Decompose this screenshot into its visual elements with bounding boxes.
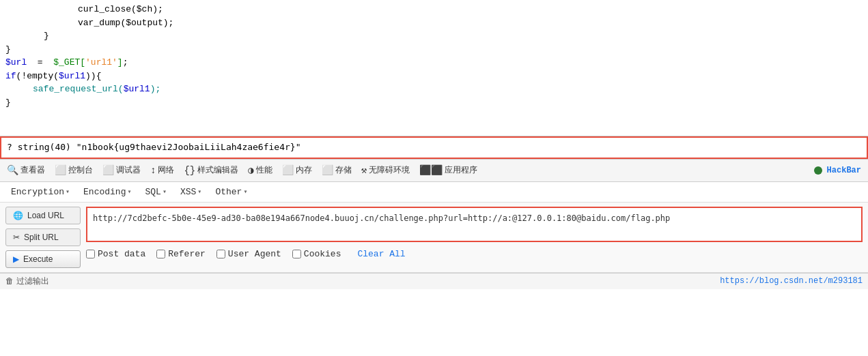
encoding-chevron-icon: ▾ bbox=[127, 188, 131, 196]
tb-console[interactable]: ⬜ 控制台 bbox=[51, 162, 97, 178]
code-line: } bbox=[5, 96, 863, 110]
xss-chevron-icon: ▾ bbox=[197, 188, 201, 196]
clear-all-label: Clear All bbox=[357, 249, 405, 259]
other-label: Other bbox=[215, 187, 242, 197]
hackbar-buttons: 🌐 Load URL ✂ Split URL ▶ Execute bbox=[5, 207, 81, 268]
clear-all-button[interactable]: Clear All bbox=[357, 249, 405, 259]
referer-checkbox[interactable] bbox=[156, 250, 165, 258]
checkbox-row: Post data Referer User Agent Cookies Cle… bbox=[86, 246, 863, 262]
xss-label: XSS bbox=[180, 187, 196, 197]
code-line: if (!empty( $url1 )){ bbox=[5, 70, 863, 83]
user-agent-checkbox[interactable] bbox=[216, 250, 225, 258]
encoding-label: Encoding bbox=[83, 187, 126, 197]
style-editor-icon: {} bbox=[184, 165, 195, 176]
network-icon: ↕ bbox=[150, 165, 156, 176]
encryption-label: Encryption bbox=[11, 187, 64, 197]
other-chevron-icon: ▾ bbox=[243, 188, 247, 196]
sql-label: SQL bbox=[145, 187, 161, 197]
browser-toolbar: 🔍 查看器 ⬜ 控制台 ⬜ 调试器 ↕ 网络 {} 样式编辑器 ◑ 性能 ⬜ 内… bbox=[0, 159, 868, 182]
performance-label: 性能 bbox=[256, 164, 272, 176]
style-editor-label: 样式编辑器 bbox=[197, 164, 238, 176]
storage-icon: ⬜ bbox=[322, 164, 333, 176]
hackbar-dot-icon bbox=[814, 166, 822, 175]
tb-style-editor[interactable]: {} 样式编辑器 bbox=[180, 162, 242, 178]
menu-sql[interactable]: SQL ▾ bbox=[140, 185, 172, 199]
execute-label: Execute bbox=[23, 254, 53, 264]
post-data-label: Post data bbox=[98, 249, 145, 259]
code-line: safe_request_url( $url1 ); bbox=[5, 83, 863, 96]
code-line: } bbox=[5, 29, 863, 43]
execute-button[interactable]: ▶ Execute bbox=[5, 250, 81, 268]
performance-icon: ◑ bbox=[248, 164, 253, 176]
load-url-icon: 🌐 bbox=[13, 211, 23, 220]
encryption-chevron-icon: ▾ bbox=[66, 188, 70, 196]
inspector-label: 查看器 bbox=[20, 164, 45, 176]
hackbar-body: 🌐 Load URL ✂ Split URL ▶ Execute http://… bbox=[0, 203, 868, 272]
tb-inspector[interactable]: 🔍 查看器 bbox=[3, 162, 49, 178]
menu-other[interactable]: Other ▾ bbox=[210, 185, 253, 199]
application-icon: ⬛⬛ bbox=[419, 164, 443, 176]
menu-encoding[interactable]: Encoding ▾ bbox=[78, 185, 137, 199]
cookies-checkbox[interactable] bbox=[292, 250, 301, 258]
trash-icon: 🗑 bbox=[5, 276, 14, 286]
output-prefix: ? bbox=[7, 142, 18, 152]
accessibility-icon: ⚒ bbox=[361, 164, 367, 176]
console-label: 控制台 bbox=[68, 164, 93, 176]
load-url-button[interactable]: 🌐 Load URL bbox=[5, 207, 81, 224]
debugger-icon: ⬜ bbox=[102, 164, 114, 176]
code-line: $url = $_GET[ 'url1' ] ; bbox=[5, 56, 863, 70]
cookies-label: Cookies bbox=[304, 249, 341, 259]
post-data-checkbox-label[interactable]: Post data bbox=[86, 249, 145, 259]
tb-performance[interactable]: ◑ 性能 bbox=[244, 162, 276, 178]
filter-output-label: 过滤输出 bbox=[16, 276, 49, 287]
output-line: ? string(40) "n1book{ug9thaevi2JoobaiLii… bbox=[0, 136, 868, 159]
debugger-label: 调试器 bbox=[116, 164, 141, 176]
url-value: http://7cd2befc-5b0e-45e9-ad30-ba08e194a… bbox=[93, 213, 670, 223]
hackbar-label: HackBar bbox=[827, 166, 861, 175]
tb-debugger[interactable]: ⬜ 调试器 bbox=[98, 162, 145, 178]
console-icon: ⬜ bbox=[55, 164, 66, 176]
memory-label: 内存 bbox=[296, 164, 312, 176]
referer-label: Referer bbox=[168, 249, 206, 259]
tb-memory[interactable]: ⬜ 内存 bbox=[278, 162, 316, 178]
inspector-icon: 🔍 bbox=[7, 164, 18, 176]
tb-accessibility[interactable]: ⚒ 无障碍环境 bbox=[357, 162, 414, 178]
accessibility-label: 无障碍环境 bbox=[369, 164, 410, 176]
status-bar: 🗑 过滤输出 https://blog.csdn.net/m293181 bbox=[0, 273, 868, 289]
menu-xss[interactable]: XSS ▾ bbox=[175, 185, 207, 199]
hackbar-panel: Encryption ▾ Encoding ▾ SQL ▾ XSS ▾ Othe… bbox=[0, 182, 868, 273]
user-agent-checkbox-label[interactable]: User Agent bbox=[216, 249, 281, 259]
url-input[interactable]: http://7cd2befc-5b0e-45e9-ad30-ba08e194a… bbox=[86, 207, 863, 242]
split-url-label: Split URL bbox=[24, 233, 59, 242]
code-line: var_dump($output); bbox=[5, 16, 863, 30]
hackbar-menu: Encryption ▾ Encoding ▾ SQL ▾ XSS ▾ Othe… bbox=[0, 182, 868, 203]
storage-label: 存储 bbox=[335, 164, 352, 176]
tb-storage[interactable]: ⬜ 存储 bbox=[318, 162, 356, 178]
network-label: 网络 bbox=[158, 164, 174, 176]
output-text: string(40) "n1book{ug9thaevi2JoobaiLiiLa… bbox=[18, 142, 301, 152]
execute-icon: ▶ bbox=[13, 254, 19, 264]
status-url: https://blog.csdn.net/m293181 bbox=[720, 276, 863, 286]
code-line: curl_close($ch); bbox=[5, 3, 863, 16]
load-url-label: Load URL bbox=[27, 211, 64, 220]
referer-checkbox-label[interactable]: Referer bbox=[156, 249, 206, 259]
sql-chevron-icon: ▾ bbox=[163, 188, 167, 196]
memory-icon: ⬜ bbox=[282, 164, 294, 176]
tb-application[interactable]: ⬛⬛ 应用程序 bbox=[415, 162, 481, 178]
application-label: 应用程序 bbox=[445, 164, 477, 176]
post-data-checkbox[interactable] bbox=[86, 250, 95, 258]
user-agent-label: User Agent bbox=[228, 249, 281, 259]
hackbar-input-area: http://7cd2befc-5b0e-45e9-ad30-ba08e194a… bbox=[86, 207, 863, 262]
tb-network[interactable]: ↕ 网络 bbox=[146, 162, 178, 178]
code-area: curl_close($ch); var_dump($output); } } … bbox=[0, 0, 868, 136]
tb-hackbar[interactable]: HackBar bbox=[810, 164, 865, 177]
cookies-checkbox-label[interactable]: Cookies bbox=[292, 249, 341, 259]
menu-encryption[interactable]: Encryption ▾ bbox=[5, 185, 75, 199]
split-url-button[interactable]: ✂ Split URL bbox=[5, 228, 81, 246]
code-line: } bbox=[5, 43, 863, 57]
split-url-icon: ✂ bbox=[13, 233, 20, 242]
